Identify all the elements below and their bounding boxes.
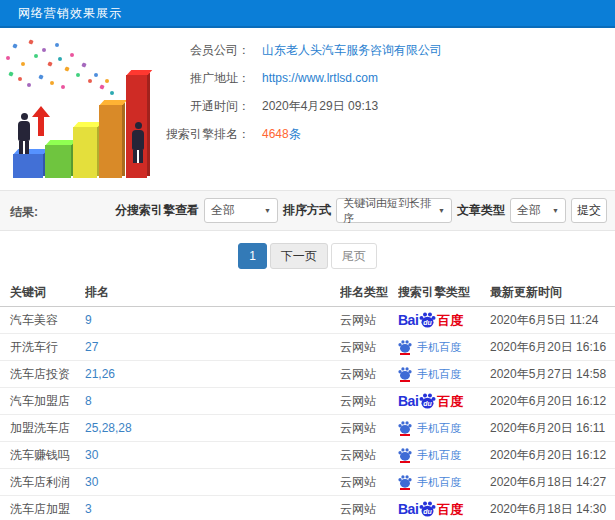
engine-cell: Bai du 百度 手机百度 (398, 393, 490, 409)
promotion-url-row: 推广地址： https://www.lrtlsd.com (150, 64, 610, 92)
mobile-baidu-underline (400, 434, 410, 436)
engine-rank-unit: 条 (289, 127, 301, 141)
rank-link[interactable]: 27 (85, 340, 98, 354)
col-keyword: 关键词 (0, 284, 85, 301)
growth-chart-illustration (0, 30, 160, 188)
update-time-cell: 2020年6月18日 14:30 (490, 501, 615, 518)
page-1-button[interactable]: 1 (238, 243, 267, 269)
rank-type-cell: 云网站 (340, 339, 398, 356)
table-row: 汽车美容 9 云网站 Bai du 百度 手机百度 2020年6月5日 11:2… (0, 307, 615, 334)
engine-cell: Bai du 百度 手机百度 (398, 501, 490, 517)
mobile-baidu-underline (400, 461, 410, 463)
article-type-label: 文章类型 (457, 202, 505, 219)
baidu-bai-text: Bai (398, 394, 418, 408)
header-bar: 网络营销效果展示 (0, 0, 615, 28)
rank-type-cell: 云网站 (340, 501, 398, 518)
update-time-cell: 2020年6月18日 14:27 (490, 474, 615, 491)
table-row: 洗车店投资 21,26 云网站 Bai du 百度 手机百度 2020年5月27… (0, 361, 615, 388)
mobile-baidu-logo: 手机百度 (398, 421, 461, 436)
mobile-baidu-underline (400, 353, 410, 355)
engine-cell: Bai du 百度 手机百度 (398, 475, 490, 490)
mobile-baidu-text: 手机百度 (417, 477, 461, 488)
mobile-baidu-underline (400, 488, 410, 490)
rank-type-cell: 云网站 (340, 312, 398, 329)
sort-filter-value: 关键词由短到长排序 (343, 196, 434, 226)
engine-filter-select[interactable]: 全部 ▼ (204, 198, 278, 223)
update-time-cell: 2020年6月20日 16:16 (490, 339, 615, 356)
keyword-cell: 汽车加盟店 (0, 393, 85, 410)
mobile-baidu-paw-icon (398, 421, 412, 436)
rank-link[interactable]: 9 (85, 313, 92, 327)
summary-section: 会员公司： 山东老人头汽车服务咨询有限公司 推广地址： https://www.… (0, 28, 615, 190)
member-company-label: 会员公司： (150, 42, 250, 59)
article-type-value: 全部 (517, 202, 541, 219)
rank-link[interactable]: 30 (85, 475, 98, 489)
table-row: 洗车赚钱吗 30 云网站 Bai du 百度 手机百度 2020年6月20日 1… (0, 442, 615, 469)
pagination: 1 下一页 尾页 (0, 243, 615, 269)
next-page-button[interactable]: 下一页 (270, 243, 328, 269)
mobile-baidu-paw-icon (398, 475, 412, 490)
sort-filter-select[interactable]: 关键词由短到长排序 ▼ (336, 198, 452, 223)
engine-filter-value: 全部 (211, 202, 235, 219)
update-time-cell: 2020年6月20日 16:12 (490, 393, 615, 410)
mobile-baidu-text: 手机百度 (417, 450, 461, 461)
table-row: 洗车店利润 30 云网站 Bai du 百度 手机百度 2020年6月18日 1… (0, 469, 615, 496)
submit-button[interactable]: 提交 (571, 198, 607, 223)
filter-bar: 结果: 分搜索引擎查看 全部 ▼ 排序方式 关键词由短到长排序 ▼ 文章类型 全… (0, 190, 615, 231)
table-row: 汽车加盟店 8 云网站 Bai du 百度 手机百度 2020年6月20日 16… (0, 388, 615, 415)
rank-link[interactable]: 8 (85, 394, 92, 408)
baidu-paw-icon: du (419, 501, 436, 517)
last-page-button[interactable]: 尾页 (331, 243, 377, 269)
table-row: 开洗车行 27 云网站 Bai du 百度 手机百度 2020年6月20日 16… (0, 334, 615, 361)
engine-rank-label: 搜索引擎排名： (150, 126, 250, 143)
engine-cell: Bai du 百度 手机百度 (398, 448, 490, 463)
rank-link[interactable]: 25,28,28 (85, 421, 132, 435)
update-time-cell: 2020年6月20日 16:11 (490, 420, 615, 437)
page-title: 网络营销效果展示 (0, 5, 122, 22)
mobile-baidu-paw-icon (398, 340, 412, 355)
engine-cell: Bai du 百度 手机百度 (398, 340, 490, 355)
mobile-baidu-underline (400, 380, 410, 382)
rank-link[interactable]: 3 (85, 502, 92, 516)
col-engine-type: 搜索引擎类型 (398, 284, 490, 301)
open-time-value: 2020年4月29日 09:13 (262, 98, 378, 115)
mobile-baidu-text: 手机百度 (417, 423, 461, 434)
engine-cell: Bai du 百度 手机百度 (398, 312, 490, 328)
mobile-baidu-logo: 手机百度 (398, 475, 461, 490)
result-label: 结果: (10, 204, 38, 221)
mobile-baidu-paw-icon (398, 367, 412, 382)
engine-rank-row: 搜索引擎排名： 4648条 (150, 120, 610, 148)
keyword-cell: 开洗车行 (0, 339, 85, 356)
baidu-logo: Bai du 百度 (398, 393, 463, 409)
bar-yellow (73, 127, 97, 178)
table-header-row: 关键词 排名 排名类型 搜索引擎类型 最新更新时间 (0, 279, 615, 307)
baidu-du-text: du (423, 400, 432, 407)
engine-cell: Bai du 百度 手机百度 (398, 421, 490, 436)
keyword-ranking-table: 关键词 排名 排名类型 搜索引擎类型 最新更新时间 汽车美容 9 云网站 Bai… (0, 279, 615, 520)
rank-link[interactable]: 30 (85, 448, 98, 462)
baidu-bai-text: Bai (398, 313, 418, 327)
rank-link[interactable]: 21,26 (85, 367, 115, 381)
open-time-row: 开通时间： 2020年4月29日 09:13 (150, 92, 610, 120)
baidu-cn-text: 百度 (437, 314, 463, 327)
rank-type-cell: 云网站 (340, 474, 398, 491)
mobile-baidu-text: 手机百度 (417, 369, 461, 380)
baidu-cn-text: 百度 (437, 503, 463, 516)
member-info-panel: 会员公司： 山东老人头汽车服务咨询有限公司 推广地址： https://www.… (150, 36, 610, 148)
promotion-url-label: 推广地址： (150, 70, 250, 87)
rank-type-cell: 云网站 (340, 420, 398, 437)
member-company-link[interactable]: 山东老人头汽车服务咨询有限公司 (262, 42, 442, 59)
businessman-figure-right (131, 122, 145, 163)
rank-type-cell: 云网站 (340, 366, 398, 383)
mobile-baidu-logo: 手机百度 (398, 448, 461, 463)
chevron-down-icon: ▼ (552, 207, 559, 214)
article-type-select[interactable]: 全部 ▼ (510, 198, 566, 223)
table-row: 加盟洗车店 25,28,28 云网站 Bai du 百度 手机百度 2020年6… (0, 415, 615, 442)
keyword-cell: 洗车赚钱吗 (0, 447, 85, 464)
baidu-paw-icon: du (419, 312, 436, 328)
baidu-cn-text: 百度 (437, 395, 463, 408)
promotion-url-link[interactable]: https://www.lrtlsd.com (262, 71, 378, 85)
bar-orange (99, 105, 122, 178)
engine-filter-label: 分搜索引擎查看 (115, 202, 199, 219)
member-company-row: 会员公司： 山东老人头汽车服务咨询有限公司 (150, 36, 610, 64)
